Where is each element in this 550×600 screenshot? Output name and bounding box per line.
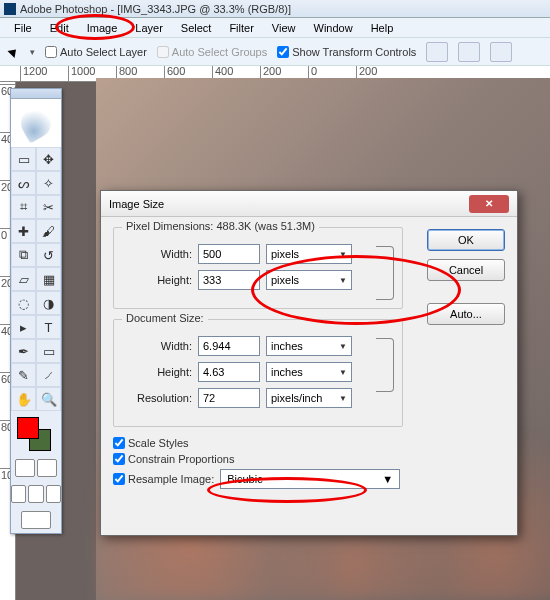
doc-size-label: Document Size: [122,312,208,324]
ok-button[interactable]: OK [427,229,505,251]
px-width-unit[interactable]: pixels▼ [266,244,352,264]
constrain-proportions-input[interactable] [113,453,125,465]
constrain-proportions-checkbox[interactable]: Constrain Proportions [113,453,505,465]
quickmask-row [11,455,61,481]
image-size-dialog: Image Size ✕ Pixel Dimensions: 488.3K (w… [100,190,518,536]
doc-width-label: Width: [124,340,192,352]
resolution-unit[interactable]: pixels/inch▼ [266,388,352,408]
menu-image[interactable]: Image [79,20,126,36]
align-button-1[interactable] [426,42,448,62]
pen-tool[interactable]: ✒ [11,339,36,363]
crop-tool[interactable]: ⌗ [11,195,36,219]
dialog-options: Scale Styles Constrain Proportions Resam… [113,437,505,489]
chevron-down-icon: ▼ [339,342,347,351]
options-bar: ▾ Auto Select Layer Auto Select Groups S… [0,38,550,66]
auto-select-layer-input[interactable] [45,46,57,58]
move-tool[interactable]: ✥ [36,147,61,171]
dialog-titlebar[interactable]: Image Size ✕ [101,191,517,217]
px-width-label: Width: [124,248,192,260]
doc-height-label: Height: [124,366,192,378]
color-swatches[interactable] [11,411,61,455]
dodge-tool[interactable]: ◑ [36,291,61,315]
heal-tool[interactable]: ✚ [11,219,36,243]
tool-preview [11,99,61,147]
notes-tool[interactable]: ✎ [11,363,36,387]
quickmask-mode-button[interactable] [37,459,57,477]
auto-select-groups-checkbox: Auto Select Groups [157,46,267,58]
foreground-color-swatch[interactable] [17,417,39,439]
blur-tool[interactable]: ◌ [11,291,36,315]
menu-help[interactable]: Help [363,20,402,36]
resample-checkbox[interactable]: Resample Image: [113,473,214,485]
wand-tool[interactable]: ✧ [36,171,61,195]
slice-tool[interactable]: ✂ [36,195,61,219]
marquee-tool[interactable]: ▭ [11,147,36,171]
cancel-button[interactable]: Cancel [427,259,505,281]
close-button[interactable]: ✕ [469,195,509,213]
app-icon [4,3,16,15]
resample-mode-select[interactable]: Bicubic▼ [220,469,400,489]
chevron-down-icon: ▼ [382,473,393,485]
px-height-unit[interactable]: pixels▼ [266,270,352,290]
chevron-down-icon: ▼ [339,276,347,285]
doc-height-unit[interactable]: inches▼ [266,362,352,382]
standard-mode-button[interactable] [15,459,35,477]
toolbox-grip[interactable] [11,89,61,99]
dialog-buttons: OK Cancel Auto... [427,229,505,325]
scale-styles-input[interactable] [113,437,125,449]
screen-mode-1[interactable] [11,485,26,503]
eyedropper-tool[interactable]: ⟋ [36,363,61,387]
pixel-dimensions-group: Pixel Dimensions: 488.3K (was 51.3M) Wid… [113,227,403,309]
doc-width-unit[interactable]: inches▼ [266,336,352,356]
screen-mode-3[interactable] [46,485,61,503]
move-tool-icon[interactable] [6,45,20,59]
menu-edit[interactable]: Edit [42,20,77,36]
menu-layer[interactable]: Layer [127,20,171,36]
resolution-input[interactable] [198,388,260,408]
path-tool[interactable]: ▸ [11,315,36,339]
align-button-2[interactable] [458,42,480,62]
px-width-input[interactable] [198,244,260,264]
history-brush-tool[interactable]: ↺ [36,243,61,267]
dialog-title: Image Size [109,198,164,210]
menu-file[interactable]: File [6,20,40,36]
hand-tool[interactable]: ✋ [11,387,36,411]
jump-to-button[interactable] [21,511,51,529]
px-height-label: Height: [124,274,192,286]
px-height-input[interactable] [198,270,260,290]
auto-select-groups-input [157,46,169,58]
stamp-tool[interactable]: ⧉ [11,243,36,267]
chevron-down-icon: ▼ [339,250,347,259]
pixel-dim-label: Pixel Dimensions: 488.3K (was 51.3M) [122,220,319,232]
resample-input[interactable] [113,473,125,485]
lasso-tool[interactable]: ᔕ [11,171,36,195]
shape-tool[interactable]: ▭ [36,339,61,363]
doc-width-input[interactable] [198,336,260,356]
screen-mode-2[interactable] [28,485,43,503]
dropdown-icon[interactable]: ▾ [30,47,35,57]
chevron-down-icon: ▼ [339,368,347,377]
brush-tool[interactable]: 🖌 [36,219,61,243]
menu-filter[interactable]: Filter [221,20,261,36]
type-tool[interactable]: T [36,315,61,339]
show-transform-input[interactable] [277,46,289,58]
menu-select[interactable]: Select [173,20,220,36]
align-button-3[interactable] [490,42,512,62]
feather-icon [16,103,57,144]
auto-button[interactable]: Auto... [427,303,505,325]
document-size-group: Document Size: Width: inches▼ Height: in… [113,319,403,427]
link-bracket-icon [376,338,394,392]
menu-view[interactable]: View [264,20,304,36]
zoom-tool[interactable]: 🔍 [36,387,61,411]
menu-window[interactable]: Window [306,20,361,36]
window-titlebar: Adobe Photoshop - [IMG_3343.JPG @ 33.3% … [0,0,550,18]
scale-styles-checkbox[interactable]: Scale Styles [113,437,505,449]
auto-select-layer-checkbox[interactable]: Auto Select Layer [45,46,147,58]
menu-bar: File Edit Image Layer Select Filter View… [0,18,550,38]
screenmode-row [11,481,61,507]
window-title: Adobe Photoshop - [IMG_3343.JPG @ 33.3% … [20,3,291,15]
eraser-tool[interactable]: ▱ [11,267,36,291]
doc-height-input[interactable] [198,362,260,382]
gradient-tool[interactable]: ▦ [36,267,61,291]
show-transform-checkbox[interactable]: Show Transform Controls [277,46,416,58]
